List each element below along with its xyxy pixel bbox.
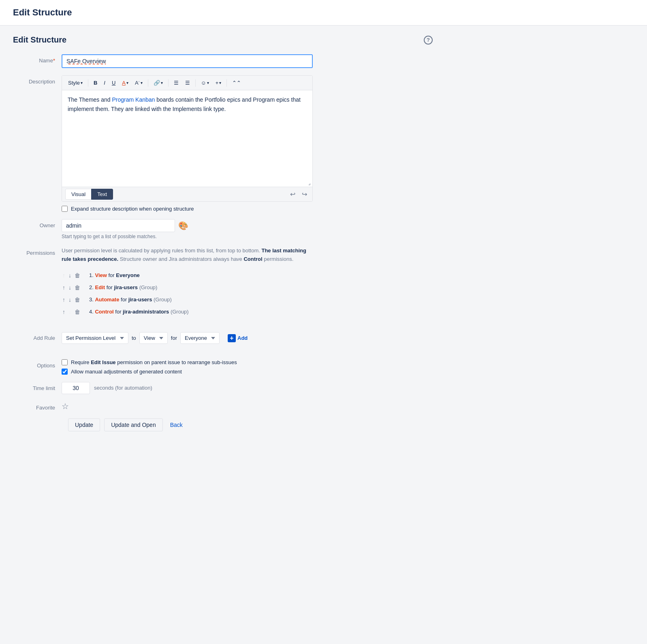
perm-rule-2-number: 2. bbox=[89, 284, 95, 290]
link-btn[interactable]: 🔗 ▾ bbox=[151, 78, 166, 87]
expand-description-checkbox[interactable] bbox=[62, 206, 68, 212]
options-control-wrap: Require Edit Issue permission on parent … bbox=[62, 359, 313, 375]
perm-rule-4-prep: for bbox=[115, 309, 123, 315]
perm-rule-1-prep: for bbox=[108, 272, 116, 278]
permission-level-select[interactable]: Set Permission Level bbox=[62, 332, 128, 344]
help-icon[interactable]: ? bbox=[424, 36, 433, 45]
toolbar-sep-5 bbox=[226, 79, 227, 87]
section-title: Edit Structure bbox=[13, 35, 66, 45]
add-rule-btn-label: Add bbox=[237, 335, 248, 341]
italic-btn[interactable]: I bbox=[101, 78, 108, 87]
expand-description-label: Expand structure description when openin… bbox=[71, 206, 194, 212]
options-group: Require Edit Issue permission on parent … bbox=[62, 359, 313, 375]
time-limit-unit: seconds (for automation) bbox=[94, 385, 152, 391]
owner-input-wrap: 🎨 bbox=[62, 219, 313, 232]
underline-btn[interactable]: U bbox=[109, 78, 118, 87]
view-level-select[interactable]: View bbox=[139, 332, 168, 344]
editor-tab-group: Visual Text bbox=[65, 189, 113, 200]
perm-rule-4-delete-btn[interactable]: 🗑 bbox=[74, 308, 81, 316]
perm-rule-3-up-btn[interactable]: ↑ bbox=[62, 296, 66, 304]
undo-btn[interactable]: ↩ bbox=[288, 190, 297, 199]
text-tab-btn[interactable]: Text bbox=[91, 189, 113, 200]
add-rule-plus-icon: + bbox=[228, 334, 236, 342]
editor-body[interactable]: The Themes and Program Kanban boards con… bbox=[62, 90, 312, 179]
perm-rule-2-target: jira-users bbox=[114, 284, 138, 290]
perm-rule-4-target: jira-administrators bbox=[123, 309, 169, 315]
toolbar-sep-1 bbox=[88, 79, 88, 87]
perm-rule-3-group: (Group) bbox=[154, 296, 172, 303]
permissions-control-wrap: User permission level is calculated by a… bbox=[62, 247, 313, 324]
perm-rule-3-number: 3. bbox=[89, 296, 95, 303]
bullet-list-btn[interactable]: ☰ bbox=[171, 78, 182, 87]
perm-rule-2-delete-btn[interactable]: 🗑 bbox=[74, 284, 81, 292]
perm-rule-3-controls: ↑ ↓ 🗑 bbox=[62, 296, 86, 304]
emoji-chevron-icon: ▾ bbox=[207, 81, 209, 85]
perm-rule-3: ↑ ↓ 🗑 3. Automate for jira-users (Group) bbox=[62, 294, 313, 306]
favorite-star-btn[interactable]: ☆ bbox=[62, 401, 69, 411]
add-rule-field-row: Add Rule Set Permission Level to View fo… bbox=[13, 332, 433, 352]
perm-rule-3-down-btn[interactable]: ↓ bbox=[68, 296, 72, 304]
allow-manual-row: Allow manual adjustments of generated co… bbox=[62, 369, 313, 375]
description-control-wrap: Style ▾ B I U A ▾ A◦ ▾ bbox=[62, 75, 313, 212]
name-required-indicator: * bbox=[53, 58, 55, 64]
back-btn[interactable]: Back bbox=[167, 418, 186, 431]
favorite-control-wrap: ☆ bbox=[62, 401, 313, 411]
favorite-label: Favorite bbox=[13, 401, 62, 411]
perm-rule-4-up-btn[interactable]: ↑ bbox=[62, 308, 66, 316]
update-and-open-btn[interactable]: Update and Open bbox=[104, 418, 163, 431]
owner-label: Owner bbox=[13, 219, 62, 228]
editor-container: Style ▾ B I U A ▾ A◦ ▾ bbox=[62, 75, 313, 202]
collapse-btn[interactable]: ⌃⌃ bbox=[229, 78, 244, 87]
style-dropdown-btn[interactable]: Style ▾ bbox=[65, 78, 85, 87]
toolbar-sep-2 bbox=[148, 79, 148, 87]
toolbar-sep-3 bbox=[168, 79, 169, 87]
time-limit-wrap: seconds (for automation) bbox=[62, 382, 313, 394]
insert-btn[interactable]: + ▾ bbox=[213, 78, 224, 87]
permissions-field-row: Permissions User permission level is cal… bbox=[13, 247, 433, 324]
allow-manual-label: Allow manual adjustments of generated co… bbox=[71, 369, 182, 375]
perm-rule-2-up-btn[interactable]: ↑ bbox=[62, 284, 66, 292]
for-label: for bbox=[171, 335, 177, 341]
time-limit-input[interactable] bbox=[62, 382, 90, 394]
bold-btn[interactable]: B bbox=[91, 78, 100, 87]
description-label: Description bbox=[13, 75, 62, 85]
perm-rule-3-target: jira-users bbox=[128, 296, 152, 303]
ordered-list-btn[interactable]: ☰ bbox=[182, 78, 193, 87]
page-header-title: Edit Structure bbox=[13, 7, 634, 18]
perm-rule-2-action: Edit bbox=[95, 284, 105, 290]
perm-rule-1-down-btn[interactable]: ↓ bbox=[68, 271, 72, 279]
description-field-row: Description Style ▾ B I U A ▾ bbox=[13, 75, 433, 212]
redo-btn[interactable]: ↪ bbox=[300, 190, 309, 199]
action-buttons: Update Update and Open Back bbox=[13, 418, 433, 431]
perm-rule-4-group: (Group) bbox=[171, 309, 189, 315]
perm-rule-3-text: 3. Automate for jira-users (Group) bbox=[89, 296, 172, 303]
name-label: Name* bbox=[13, 54, 62, 64]
owner-field-row: Owner 🎨 Start typing to get a list of po… bbox=[13, 219, 433, 239]
allow-manual-checkbox[interactable] bbox=[62, 369, 68, 375]
perm-rule-3-delete-btn[interactable]: 🗑 bbox=[74, 296, 81, 304]
perm-rule-1-delete-btn[interactable]: 🗑 bbox=[74, 271, 81, 279]
perm-rule-2-down-btn[interactable]: ↓ bbox=[68, 284, 72, 292]
perm-rule-1-target: Everyone bbox=[116, 272, 140, 278]
name-input[interactable] bbox=[62, 54, 313, 68]
emoji-btn[interactable]: ☺ ▾ bbox=[198, 78, 212, 87]
require-edit-issue-label: Require Edit Issue permission on parent … bbox=[71, 359, 237, 365]
owner-input[interactable] bbox=[62, 219, 175, 232]
add-rule-label: Add Rule bbox=[13, 332, 62, 341]
add-rule-btn[interactable]: + Add bbox=[223, 332, 252, 345]
font-size-btn[interactable]: A◦ ▾ bbox=[132, 78, 145, 87]
require-edit-issue-checkbox[interactable] bbox=[62, 359, 68, 365]
perm-rule-4-action: Control bbox=[95, 309, 113, 315]
everyone-select[interactable]: Everyone bbox=[180, 332, 220, 344]
update-btn[interactable]: Update bbox=[68, 418, 100, 431]
options-field-row: Options Require Edit Issue permission on… bbox=[13, 359, 433, 375]
add-rule-row: Set Permission Level to View for Everyon… bbox=[62, 332, 313, 345]
owner-hint: Start typing to get a list of possible m… bbox=[62, 234, 313, 239]
perm-rule-1-up-btn: ↑ bbox=[62, 271, 66, 279]
expand-checkbox-row: Expand structure description when openin… bbox=[62, 206, 313, 212]
text-color-btn[interactable]: A ▾ bbox=[119, 78, 131, 87]
perm-rule-4-controls: ↑ ↓ 🗑 bbox=[62, 308, 86, 316]
perm-rule-2-text: 2. Edit for jira-users (Group) bbox=[89, 284, 157, 290]
visual-tab-btn[interactable]: Visual bbox=[65, 189, 92, 200]
perm-rule-3-action: Automate bbox=[95, 296, 119, 303]
